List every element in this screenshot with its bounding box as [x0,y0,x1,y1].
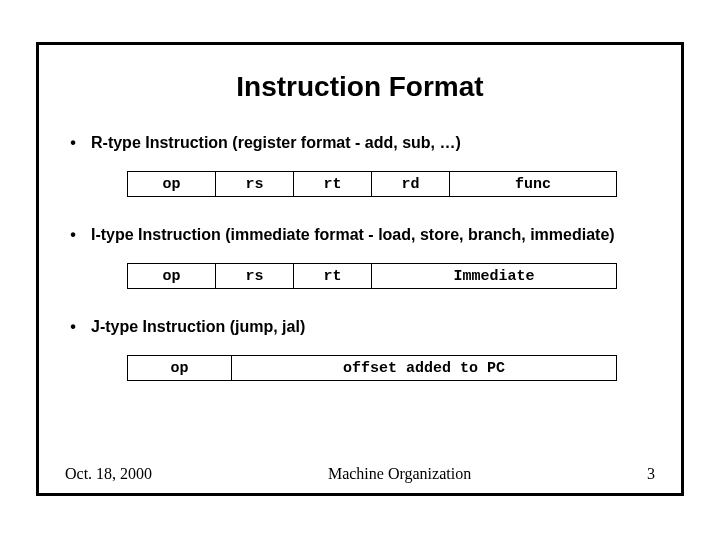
slide: Instruction Format • R-type Instruction … [0,0,720,540]
itype-rs: rs [216,264,294,288]
rtype-rt: rt [294,172,372,196]
bullet-r-type: • R-type Instruction (register format - … [55,133,665,153]
footer-title: Machine Organization [328,465,471,483]
footer-date: Oct. 18, 2000 [65,465,152,483]
bullet-text: R-type Instruction (register format - ad… [91,133,665,153]
bullet-dot-icon: • [55,133,91,153]
itype-rt: rt [294,264,372,288]
rtype-op: op [128,172,216,196]
bullet-dot-icon: • [55,225,91,245]
slide-footer: Oct. 18, 2000 Machine Organization 3 [39,465,681,483]
rtype-rs: rs [216,172,294,196]
bullet-text: I-type Instruction (immediate format - l… [91,225,665,245]
bullet-j-type: • J-type Instruction (jump, jal) [55,317,665,337]
itype-op: op [128,264,216,288]
jtype-op: op [128,356,232,380]
footer-page: 3 [647,465,655,483]
bullet-dot-icon: • [55,317,91,337]
slide-title: Instruction Format [39,71,681,103]
slide-body: • R-type Instruction (register format - … [39,133,681,381]
jtype-offset: offset added to PC [232,356,616,380]
bullet-text: J-type Instruction (jump, jal) [91,317,665,337]
jtype-row: op offset added to PC [127,355,617,381]
itype-imm: Immediate [372,264,616,288]
itype-row: op rs rt Immediate [127,263,617,289]
rtype-rd: rd [372,172,450,196]
rtype-row: op rs rt rd func [127,171,617,197]
rtype-func: func [450,172,616,196]
slide-frame: Instruction Format • R-type Instruction … [36,42,684,496]
bullet-i-type: • I-type Instruction (immediate format -… [55,225,665,245]
